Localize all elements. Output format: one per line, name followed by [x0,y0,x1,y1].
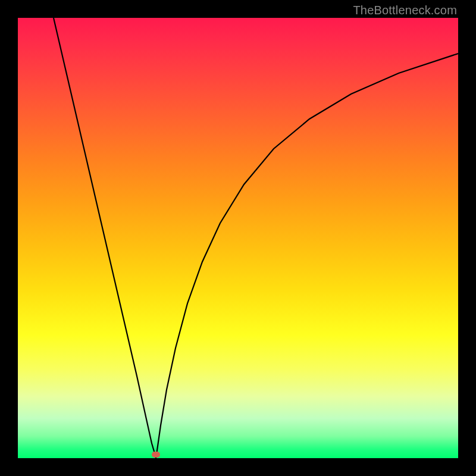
curve-right-branch [156,54,458,458]
chart-plot-area [18,18,458,458]
watermark-text: TheBottleneck.com [353,4,457,17]
curve-left-branch [54,18,156,458]
minimum-marker [152,452,160,458]
bottleneck-curve [18,18,458,458]
